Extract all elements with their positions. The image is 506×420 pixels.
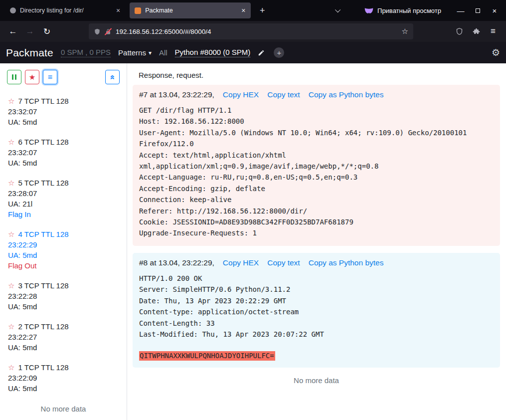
close-button[interactable]: ×	[486, 3, 503, 18]
tab-packmate[interactable]: Packmate ×	[130, 2, 251, 18]
minimize-button[interactable]: —	[452, 3, 469, 18]
packet-title: 3 TCP TTL 128	[18, 281, 68, 290]
copy-text-link[interactable]: Copy text	[267, 258, 300, 267]
packet-body: GET /dir/flag HTTP/1.1 Host: 192.168.56.…	[139, 105, 494, 239]
tab-close-icon[interactable]: ×	[115, 6, 122, 14]
favorites-filter-button[interactable]: ★	[25, 70, 39, 84]
packet-ua: UA: 5md	[8, 158, 119, 168]
url-text[interactable]: 192.168.56.122:65000/#/8000/4	[116, 28, 397, 35]
reload-button[interactable]: ↻	[39, 24, 55, 39]
insecure-lock-icon[interactable]	[105, 28, 111, 35]
private-browsing-badge: Приватный просмотр	[364, 7, 441, 14]
packet-time: 23:32:07	[8, 147, 119, 158]
packet-card-response: #8 at 13.04, 23:22:29, Copy HEX Copy tex…	[133, 253, 500, 368]
service-selector[interactable]: Python #8000 (0 SPM)	[175, 48, 251, 57]
packet-title: 1 TCP TTL 128	[18, 363, 68, 372]
tab-close-icon[interactable]: ×	[240, 6, 247, 14]
packet-star-icon[interactable]: ☆	[8, 97, 14, 105]
bookmark-star-icon[interactable]: ☆	[402, 27, 408, 36]
edit-pencil-icon[interactable]	[258, 49, 265, 56]
packet-sidebar: ★ ≡ « ☆7 TCP TTL 128 23:32:07 UA: 5md ☆6…	[0, 63, 127, 420]
packet-list-item[interactable]: ☆3 TCP TTL 128 23:22:28 UA: 5md	[0, 276, 127, 317]
packet-ua: UA: 5md	[8, 250, 119, 260]
packet-star-icon[interactable]: ☆	[8, 230, 14, 238]
packet-title: 7 TCP TTL 128	[18, 97, 68, 105]
chevron-down-icon	[335, 7, 340, 12]
page-favicon	[10, 7, 16, 13]
intro-text: Response, request.	[139, 71, 500, 79]
spm-pps-stats: 0 SPM , 0 PPS	[61, 48, 111, 57]
packet-time: 23:32:07	[8, 106, 119, 117]
url-bar[interactable]: 192.168.56.122:65000/#/8000/4 ☆	[89, 23, 413, 39]
pause-button[interactable]	[7, 70, 21, 84]
browser-window: Directory listing for /dir/ × Packmate ×…	[0, 0, 506, 420]
packet-list-item[interactable]: ☆1 TCP TTL 128 23:22:09 UA: 5md	[0, 358, 127, 399]
tab-title: Packmate	[145, 7, 235, 14]
tracking-shield-icon[interactable]	[94, 28, 101, 35]
caret-down-icon: ▾	[149, 49, 152, 56]
packet-list-item[interactable]: ☆2 TCP TTL 128 23:22:27 UA: 5md	[0, 317, 127, 358]
packmate-header: Packmate 0 SPM , 0 PPS Patterns ▾ All Py…	[0, 42, 506, 63]
no-more-data-label: No more data	[133, 376, 500, 385]
flag-highlight: QITWPHNAXXKWULPQNHOAJDYOIHPULFC=	[139, 351, 275, 361]
list-view-button[interactable]: ≡	[43, 70, 57, 84]
packet-ua: UA: 5md	[8, 117, 119, 127]
packet-card-header: #7 at 13.04, 23:22:29, Copy HEX Copy tex…	[139, 90, 494, 99]
copy-hex-link[interactable]: Copy HEX	[223, 258, 259, 267]
packet-time: 23:28:07	[8, 188, 119, 199]
tab-directory-listing[interactable]: Directory listing for /dir/ ×	[5, 2, 126, 18]
packet-star-icon[interactable]: ☆	[8, 179, 14, 187]
packet-id: #8 at 13.04, 23:22:29,	[139, 258, 214, 267]
packmate-favicon	[135, 7, 141, 14]
copy-python-link[interactable]: Copy as Python bytes	[309, 90, 384, 99]
settings-gear-icon[interactable]: ⚙	[492, 47, 500, 58]
app-title[interactable]: Packmate	[6, 47, 53, 59]
menu-button[interactable]: ≡	[485, 24, 501, 39]
packet-title: 6 TCP TTL 128	[18, 138, 68, 146]
maximize-button[interactable]	[469, 3, 486, 18]
list-all-tabs-button[interactable]	[332, 3, 345, 17]
back-button[interactable]: ←	[5, 24, 21, 39]
packet-title: 2 TCP TTL 128	[18, 322, 68, 331]
packet-flag-in[interactable]: Flag In	[8, 209, 119, 219]
packet-card-header: #8 at 13.04, 23:22:29, Copy HEX Copy tex…	[139, 258, 494, 267]
copy-text-link[interactable]: Copy text	[267, 90, 300, 99]
protections-shield-icon[interactable]	[451, 24, 467, 39]
forward-button[interactable]: →	[22, 24, 38, 39]
sidebar-toolbar: ★ ≡ «	[0, 63, 127, 89]
add-service-button[interactable]: +	[274, 47, 284, 58]
packet-list-item[interactable]: ☆7 TCP TTL 128 23:32:07 UA: 5md	[0, 91, 127, 132]
packet-card-request: #7 at 13.04, 23:22:29, Copy HEX Copy tex…	[133, 85, 500, 246]
packet-list: ☆7 TCP TTL 128 23:32:07 UA: 5md ☆6 TCP T…	[0, 89, 127, 420]
copy-hex-link[interactable]: Copy HEX	[223, 90, 259, 99]
packet-title: 5 TCP TTL 128	[18, 179, 68, 187]
packet-flag-out[interactable]: Flag Out	[8, 260, 119, 271]
packet-star-icon[interactable]: ☆	[8, 363, 14, 372]
scroll-to-top-button[interactable]: «	[105, 70, 120, 84]
packet-id: #7 at 13.04, 23:22:29,	[139, 90, 214, 99]
flag-line: QITWPHNAXXKWULPQNHOAJDYOIHPULFC=	[139, 351, 494, 361]
packet-star-icon[interactable]: ☆	[8, 281, 14, 290]
packet-ua: UA: 5md	[8, 383, 119, 394]
packet-title: 4 TCP TTL 128	[18, 230, 68, 238]
packet-list-item[interactable]: ☆5 TCP TTL 128 23:28:07 UA: 21l Flag In	[0, 173, 127, 224]
window-controls: — ×	[452, 3, 503, 18]
packet-list-item-selected[interactable]: ☆4 TCP TTL 128 23:22:29 UA: 5md Flag Out	[0, 224, 127, 276]
packet-time: 23:22:29	[8, 239, 119, 250]
packet-star-icon[interactable]: ☆	[8, 138, 14, 146]
filter-all[interactable]: All	[159, 48, 168, 57]
packet-time: 23:22:28	[8, 291, 119, 301]
content-area: ★ ≡ « ☆7 TCP TTL 128 23:32:07 UA: 5md ☆6…	[0, 63, 506, 420]
packet-body: HTTP/1.0 200 OK Server: SimpleHTTP/0.6 P…	[139, 273, 494, 340]
chevrons-up-icon: «	[108, 75, 118, 79]
packet-star-icon[interactable]: ☆	[8, 322, 14, 331]
patterns-dropdown[interactable]: Patterns ▾	[118, 48, 152, 57]
extensions-icon[interactable]	[468, 24, 484, 39]
list-icon: ≡	[48, 73, 52, 82]
packet-ua: UA: 5md	[8, 342, 119, 353]
new-tab-button[interactable]: +	[255, 3, 270, 18]
copy-python-link[interactable]: Copy as Python bytes	[309, 258, 384, 267]
no-more-data-label: No more data	[0, 399, 127, 420]
packet-list-item[interactable]: ☆6 TCP TTL 128 23:32:07 UA: 5md	[0, 132, 127, 173]
star-icon: ★	[29, 73, 35, 82]
